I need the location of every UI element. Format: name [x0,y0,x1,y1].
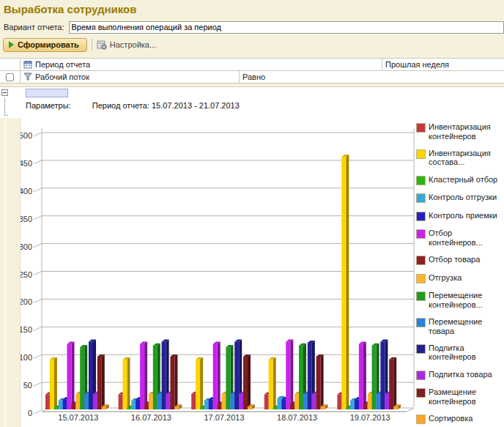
bar[interactable] [153,346,158,409]
bar[interactable] [170,357,174,409]
bar[interactable] [389,360,393,409]
legend-swatch [416,176,426,185]
bar[interactable] [341,157,346,409]
bar[interactable] [84,394,89,409]
bar[interactable] [294,394,299,409]
chart-label: 17.07.2013 [204,413,244,422]
bar[interactable] [377,394,381,409]
bar[interactable] [93,394,97,409]
bar[interactable] [380,342,385,409]
bar[interactable] [226,347,230,409]
bar[interactable] [248,406,252,409]
legend-label: Отбор товара [429,255,480,264]
legend-label: Подпитка контейнеров [429,344,503,362]
bar[interactable] [50,360,54,409]
bar[interactable] [45,395,50,409]
legend-swatch [416,274,426,283]
bar[interactable] [174,406,179,409]
bar[interactable] [346,408,350,409]
bar[interactable] [368,394,372,409]
legend-swatch [416,229,426,239]
bar[interactable] [144,404,149,409]
bar[interactable] [273,408,278,409]
bar[interactable] [218,404,222,409]
bar[interactable] [243,357,248,409]
bar[interactable] [308,343,312,409]
bar[interactable] [97,357,102,409]
generate-button[interactable]: Сформировать [3,38,87,52]
workflow-filter-checkbox[interactable] [6,73,14,81]
bar[interactable] [119,395,123,409]
bar[interactable] [63,399,67,409]
legend-swatch [416,371,426,380]
bar[interactable] [316,357,321,409]
bar[interactable] [359,344,363,409]
bar[interactable] [140,344,144,409]
bar[interactable] [269,360,273,409]
bar[interactable] [162,342,166,409]
bar[interactable] [200,408,204,409]
bar[interactable] [131,401,136,409]
settings-button[interactable]: Настройка... [97,40,156,50]
legend-item: Контроль приемки [416,211,503,221]
bar[interactable] [123,360,127,409]
chart-label: 300 [21,242,32,251]
bar[interactable] [393,406,398,409]
bar[interactable] [239,394,243,409]
bar[interactable] [312,394,316,409]
bar[interactable] [350,401,355,409]
bar[interactable] [59,401,63,409]
bar[interactable] [299,346,303,409]
bar[interactable] [278,398,282,409]
bar[interactable] [191,394,196,409]
legend-swatch [416,318,426,327]
bar[interactable] [385,394,389,409]
filter-settings-grid: Период отчета Прошлая неделя Рабочий пот… [0,58,504,83]
bar[interactable] [54,408,59,409]
bar[interactable] [290,404,294,409]
bar[interactable] [286,342,290,409]
bar[interactable] [363,404,368,409]
legend-item: Отбор контейнеров... [416,229,503,247]
bar[interactable] [196,360,200,409]
bar[interactable] [80,347,84,409]
legend-item: Перемещение товара [416,317,503,335]
bar[interactable] [102,406,106,409]
bar[interactable] [204,401,209,409]
collapse-group-button[interactable] [1,89,8,96]
filter-row-period[interactable]: Период отчета Прошлая неделя [0,59,504,71]
bar[interactable] [303,394,308,409]
legend-item: Отбор товара [416,255,503,265]
legend-swatch [416,256,426,265]
bar[interactable] [264,395,269,409]
bar[interactable] [158,394,162,409]
filter-condition-cell[interactable]: Равно [240,71,504,83]
bar[interactable] [75,394,80,409]
filter-row-workflow[interactable]: Рабочий поток Равно [0,71,504,83]
bar[interactable] [67,344,72,409]
bar[interactable] [213,344,218,409]
bar[interactable] [136,399,140,409]
legend-label: Кластерный отбор [429,175,497,185]
chart-label: 15.07.2013 [58,413,98,422]
bar[interactable] [127,408,131,409]
report-variant-input[interactable] [69,21,504,34]
legend-label: Контроль приемки [429,211,497,220]
selected-cell[interactable] [26,89,68,97]
chart-label: 19.07.2013 [350,413,390,422]
bar[interactable] [234,342,239,409]
filter-value-cell[interactable]: Прошлая неделя [382,59,504,70]
bar[interactable] [166,394,171,409]
productivity-chart[interactable]: 05010015020025030035040045050015.07.2013… [21,118,416,427]
bar[interactable] [355,399,359,409]
bar[interactable] [89,342,93,409]
bar[interactable] [222,394,226,409]
bar[interactable] [321,406,325,409]
bar[interactable] [281,399,286,409]
bar[interactable] [149,394,153,409]
bar[interactable] [71,404,75,409]
bar[interactable] [337,395,341,409]
bar[interactable] [372,346,377,409]
bar[interactable] [209,399,213,409]
bar[interactable] [230,394,234,409]
